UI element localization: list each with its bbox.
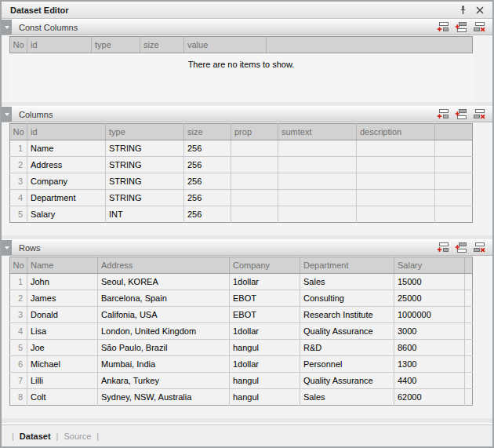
grid-cell[interactable]: STRING [106, 140, 184, 157]
row-number-cell[interactable]: 5 [10, 206, 27, 223]
column-header-No[interactable]: No [10, 124, 27, 140]
grid-cell[interactable]: Seoul, KOREA [98, 274, 230, 290]
grid-cell[interactable]: Joe [27, 340, 98, 356]
row-number-cell[interactable]: 2 [10, 157, 27, 173]
tab-dataset[interactable]: Dataset [20, 432, 51, 441]
column-header-No[interactable]: No [10, 37, 27, 53]
row-number-cell[interactable]: 7 [10, 373, 27, 389]
grid-cell[interactable]: Address [27, 157, 106, 173]
grid-cell[interactable]: 1000000 [394, 307, 465, 323]
tab-source[interactable]: Source [64, 432, 91, 441]
row-number-cell[interactable]: 3 [10, 307, 27, 323]
grid-cell[interactable] [231, 173, 278, 190]
grid-cell[interactable]: Name [27, 140, 106, 157]
grid-cell[interactable]: Sydney, NSW, Australia [98, 389, 230, 406]
grid-cell[interactable]: Donald [27, 307, 98, 323]
grid-cell[interactable]: John [27, 274, 98, 290]
add-item-button[interactable] [437, 108, 449, 120]
grid-cell[interactable]: London, United Kingdom [98, 323, 230, 340]
grid-cell[interactable]: Sales [300, 389, 394, 406]
column-header-prop[interactable]: prop [231, 124, 278, 140]
row-number-cell[interactable]: 1 [10, 140, 27, 157]
grid-cell[interactable]: 62000 [394, 389, 465, 406]
column-header-Name[interactable]: Name [27, 257, 98, 274]
grid-cell[interactable]: Company [27, 173, 106, 190]
grid-cell[interactable]: Lisa [27, 323, 98, 340]
grid-cell[interactable]: hangul [230, 340, 300, 356]
grid-cell[interactable]: EBOT [230, 290, 300, 307]
grid-cell[interactable]: 256 [184, 157, 231, 173]
grid-cell[interactable]: Mumbai, India [98, 356, 230, 373]
grid-cell[interactable]: R&D [300, 340, 394, 356]
delete-item-button[interactable] [473, 242, 485, 253]
grid-cell[interactable]: STRING [106, 190, 184, 206]
grid-cell[interactable]: São Paulo, Brazil [98, 340, 230, 356]
grid-cell[interactable] [357, 140, 435, 157]
row-number-cell[interactable]: 4 [10, 190, 27, 206]
grid-cell[interactable]: Quality Assurance [300, 373, 394, 389]
column-header-sumtext[interactable]: sumtext [278, 124, 357, 140]
row-number-cell[interactable]: 3 [10, 173, 27, 190]
grid-cell[interactable] [278, 190, 357, 206]
close-icon[interactable] [473, 4, 486, 16]
grid-cell[interactable]: 256 [184, 190, 231, 206]
grid-cell[interactable]: INT [106, 206, 184, 223]
grid-cell[interactable]: Lilli [27, 373, 98, 389]
grid-cell[interactable]: 1dollar [230, 356, 300, 373]
grid-cell[interactable] [231, 206, 278, 223]
grid-cell[interactable]: hangul [230, 373, 300, 389]
grid-cell[interactable]: 1300 [394, 356, 465, 373]
column-header-Company[interactable]: Company [230, 257, 300, 274]
grid-cell[interactable] [278, 140, 357, 157]
grid-cell[interactable]: Personnel [300, 356, 394, 373]
grid-cell[interactable]: 1dollar [230, 323, 300, 340]
grid-cell[interactable]: STRING [106, 173, 184, 190]
row-number-cell[interactable]: 2 [10, 290, 27, 307]
grid-cell[interactable] [357, 157, 435, 173]
row-number-cell[interactable]: 4 [10, 323, 27, 340]
column-header-size[interactable]: size [140, 37, 184, 53]
column-header-value[interactable]: value [184, 37, 267, 53]
delete-item-button[interactable] [473, 108, 485, 120]
collapse-toggle[interactable] [2, 240, 12, 255]
column-header-type[interactable]: type [106, 124, 184, 140]
grid-cell[interactable]: Barcelona, Spain [98, 290, 230, 307]
column-header-size[interactable]: size [184, 124, 231, 140]
insert-item-button[interactable] [455, 21, 467, 33]
grid-cell[interactable]: 8600 [394, 340, 465, 356]
grid-cell[interactable]: Ankara, Turkey [98, 373, 230, 389]
pin-icon[interactable] [456, 4, 470, 16]
grid-cell[interactable]: 4400 [394, 373, 465, 389]
add-item-button[interactable] [437, 242, 449, 253]
insert-item-button[interactable] [455, 108, 467, 120]
grid-cell[interactable]: Department [27, 190, 106, 206]
collapse-toggle[interactable] [2, 107, 12, 122]
column-header-Address[interactable]: Address [98, 257, 230, 274]
grid-cell[interactable] [231, 190, 278, 206]
column-header-id[interactable]: id [27, 37, 92, 53]
grid-cell[interactable]: 3000 [394, 323, 465, 340]
column-header-description[interactable]: description [357, 124, 435, 140]
column-header-id[interactable]: id [27, 124, 106, 140]
grid-cell[interactable]: Quality Assurance [300, 323, 394, 340]
grid-cell[interactable] [357, 206, 435, 223]
grid-cell[interactable] [357, 190, 435, 206]
grid-cell[interactable] [357, 173, 435, 190]
grid-cell[interactable] [278, 206, 357, 223]
grid-cell[interactable]: STRING [106, 157, 184, 173]
grid-cell[interactable]: Califonia, USA [98, 307, 230, 323]
grid-cell[interactable] [231, 140, 278, 157]
grid-cell[interactable] [278, 173, 357, 190]
insert-item-button[interactable] [455, 242, 467, 253]
grid-cell[interactable]: James [27, 290, 98, 307]
grid-cell[interactable]: Michael [27, 356, 98, 373]
row-number-cell[interactable]: 8 [10, 389, 27, 406]
grid-cell[interactable]: 15000 [394, 274, 465, 290]
grid-cell[interactable]: 256 [184, 140, 231, 157]
grid-cell[interactable] [278, 157, 357, 173]
row-number-cell[interactable]: 5 [10, 340, 27, 356]
add-item-button[interactable] [437, 21, 449, 33]
grid-cell[interactable]: Salary [27, 206, 106, 223]
grid-cell[interactable]: Research Institute [300, 307, 394, 323]
grid-cell[interactable]: Colt [27, 389, 98, 406]
